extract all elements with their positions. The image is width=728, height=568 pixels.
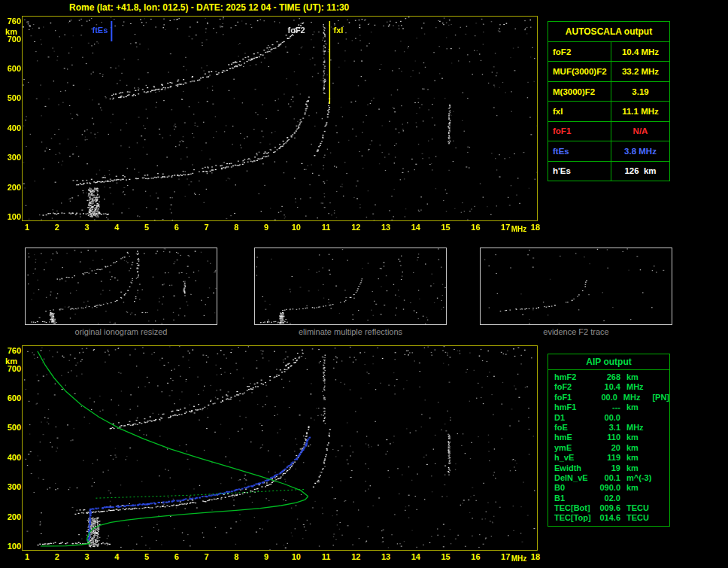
aip-param-label: h_vE xyxy=(554,453,593,463)
x-tick-14: 14 xyxy=(411,223,420,232)
x-tick-3: 3 xyxy=(84,552,89,561)
x-tick-14: 14 xyxy=(411,552,420,561)
x-tick-8: 8 xyxy=(234,223,238,232)
x-tick-5: 5 xyxy=(144,223,149,232)
autoscala-panel-title: AUTOSCALA output xyxy=(548,22,669,42)
x-tick-9: 9 xyxy=(264,552,268,561)
autoscala-param-label: M(3000)F2 xyxy=(548,82,611,101)
aip-param-unit: km xyxy=(620,463,649,473)
aip-row-tectop: TEC[Top]014.6TECU xyxy=(554,513,669,523)
aip-param-value: 00.1 xyxy=(593,473,620,483)
aip-param-unit xyxy=(620,494,649,503)
y-tick-400: 400 xyxy=(2,123,21,132)
aip-param-label: hmF2 xyxy=(554,372,593,382)
aip-param-label: B0 xyxy=(554,483,593,493)
x-tick-11: 11 xyxy=(322,223,331,232)
autoscala-app-window: Rome (lat: +41.8, lon: 012.5) - DATE: 20… xyxy=(0,0,728,568)
aip-row-hme: hmE110km xyxy=(554,433,669,442)
thumbnail-f2-evidence-canvas xyxy=(481,248,672,324)
aip-output-panel: AIP output hmF2268kmfoF210.4MHzfoF100.0M… xyxy=(548,354,670,527)
x-axis-unit: MHz xyxy=(511,554,527,563)
aip-row-hve: h_vE119km xyxy=(554,453,669,463)
autoscala-param-value: 33.2 MHz xyxy=(611,62,669,80)
y-axis-unit: km xyxy=(2,27,21,36)
autoscala-param-label: MUF(3000)F2 xyxy=(548,62,611,80)
aip-param-note: [PN] xyxy=(645,393,669,402)
ionogram-canvas-profile xyxy=(23,346,537,550)
thumbnail-caption-no-multiples: eliminate multiple reflections xyxy=(254,327,447,336)
autoscala-param-label: foF1 xyxy=(548,122,611,141)
aip-param-label: hmF1 xyxy=(554,402,593,412)
y-tick-500: 500 xyxy=(2,93,21,102)
x-tick-13: 13 xyxy=(381,223,390,232)
x-axis-profile: 123456789101112131415161718MHz xyxy=(23,552,549,564)
y-tick-760: 760 xyxy=(2,346,21,355)
autoscala-param-value: 10.4 MHz xyxy=(611,42,669,61)
aip-param-label: hmE xyxy=(554,433,593,442)
aip-param-unit: km xyxy=(620,402,649,412)
aip-param-label: D1 xyxy=(554,413,593,423)
aip-row-tecbot: TEC[Bot]009.6TECU xyxy=(554,503,669,513)
x-tick-1: 1 xyxy=(25,552,29,561)
y-tick-100: 100 xyxy=(2,212,21,221)
x-tick-16: 16 xyxy=(471,552,480,561)
aip-row-fof2: foF210.4MHz xyxy=(554,382,669,392)
aip-param-unit: TECU xyxy=(620,503,649,513)
aip-param-value: 090.0 xyxy=(593,483,620,493)
aip-row-hmf2: hmF2268km xyxy=(554,372,669,382)
x-tick-2: 2 xyxy=(55,552,59,561)
aip-param-value: 009.6 xyxy=(593,503,620,513)
y-axis-main: 760700600500400300200100km xyxy=(2,17,21,220)
autoscala-row-m3000f2: M(3000)F23.19 xyxy=(548,82,669,102)
aip-param-value: 19 xyxy=(593,463,620,473)
aip-param-label: DelN_vE xyxy=(554,473,593,483)
thumbnail-caption-f2-evidence: evidence F2 trace xyxy=(480,327,672,336)
autoscala-row-muf3000f2: MUF(3000)F233.2 MHz xyxy=(548,62,669,81)
aip-panel-title: AIP output xyxy=(548,354,669,370)
y-tick-200: 200 xyxy=(2,183,21,192)
x-tick-16: 16 xyxy=(471,223,480,232)
x-tick-5: 5 xyxy=(144,552,149,561)
aip-row-yme: ymE20km xyxy=(554,443,669,453)
aip-row-d1: D100.0 xyxy=(554,413,669,423)
y-tick-400: 400 xyxy=(2,453,21,462)
y-tick-600: 600 xyxy=(2,393,21,402)
x-tick-12: 12 xyxy=(351,552,360,561)
x-tick-11: 11 xyxy=(322,552,331,561)
x-tick-6: 6 xyxy=(174,552,179,561)
thumbnail-original-ionogram xyxy=(25,248,217,325)
thumbnail-caption-original: original ionogram resized xyxy=(25,327,217,336)
aip-param-unit: MHz xyxy=(620,382,649,392)
aip-table: hmF2268kmfoF210.4MHzfoF100.0MHz[PN]hmF1-… xyxy=(548,370,669,524)
x-tick-17: 17 xyxy=(501,223,510,232)
x-tick-17: 17 xyxy=(501,552,510,561)
aip-param-unit: MHz xyxy=(620,423,649,433)
autoscala-row-fof2: foF210.4 MHz xyxy=(548,42,669,62)
aip-param-label: TEC[Top] xyxy=(554,513,593,523)
autoscala-param-label: ftEs xyxy=(548,141,611,160)
aip-param-value: 268 xyxy=(593,372,620,382)
y-tick-300: 300 xyxy=(2,153,21,162)
x-axis-main: 123456789101112131415161718MHz xyxy=(23,223,549,235)
aip-param-unit: km xyxy=(620,483,649,493)
aip-param-unit: m^(-3) xyxy=(620,473,649,483)
autoscala-output-panel: AUTOSCALA output foF210.4 MHzMUF(3000)F2… xyxy=(548,21,670,181)
autoscala-row-fxi: fxI11.1 MHz xyxy=(548,102,669,121)
aip-param-value: 10.4 xyxy=(593,382,620,392)
y-tick-100: 100 xyxy=(2,542,21,551)
y-tick-600: 600 xyxy=(2,64,21,73)
y-tick-760: 760 xyxy=(2,17,21,26)
x-tick-4: 4 xyxy=(114,223,119,232)
y-axis-profile: 760700600500400300200100km xyxy=(2,346,21,550)
autoscala-param-label: foF2 xyxy=(548,42,611,61)
aip-param-label: B1 xyxy=(554,494,593,503)
aip-param-value: 20 xyxy=(593,443,620,453)
aip-param-unit: MHz xyxy=(617,393,645,402)
thumbnail-original-canvas xyxy=(26,248,217,324)
x-tick-10: 10 xyxy=(292,552,301,561)
aip-param-value: 00.0 xyxy=(593,413,620,423)
x-tick-15: 15 xyxy=(441,552,450,561)
x-tick-18: 18 xyxy=(531,552,540,561)
autoscala-param-value: 126 km xyxy=(611,162,669,181)
autoscala-param-value: 11.1 MHz xyxy=(611,102,669,120)
